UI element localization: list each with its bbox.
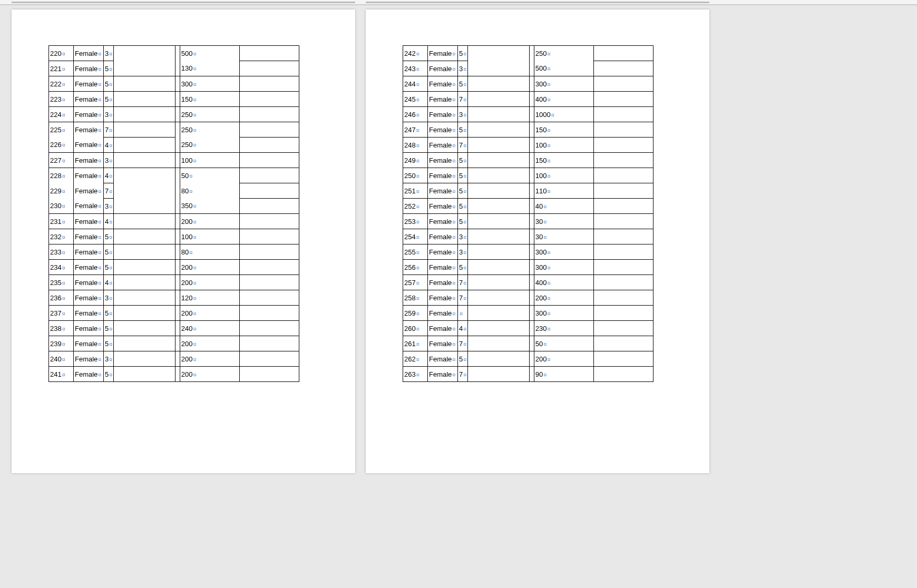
- cell-gender[interactable]: Female¤: [428, 260, 458, 275]
- cell-empty-b[interactable]: [529, 199, 534, 214]
- cell-n[interactable]: 5¤: [104, 229, 114, 244]
- cell-n[interactable]: 3¤: [104, 46, 114, 61]
- cell-n[interactable]: 5¤: [458, 122, 468, 138]
- cell-n[interactable]: 7¤: [458, 275, 468, 290]
- cell-n[interactable]: 5¤: [458, 183, 468, 199]
- cell-n[interactable]: 7¤: [458, 92, 468, 107]
- cell-gender[interactable]: Female¤: [74, 367, 104, 382]
- cell-empty-a[interactable]: [467, 321, 529, 336]
- cell-value[interactable]: 110¤: [534, 183, 593, 199]
- cell-empty-b[interactable]: [175, 214, 180, 229]
- cell-empty-c[interactable]: [593, 61, 653, 76]
- cell-empty-a[interactable]: [467, 138, 529, 153]
- cell-value[interactable]: 300¤: [180, 76, 239, 92]
- cell-empty-c[interactable]: [239, 306, 299, 321]
- cell-empty-b[interactable]: [529, 229, 534, 244]
- cell-empty-c[interactable]: [593, 199, 653, 214]
- cell-id[interactable]: 239¤: [49, 336, 74, 351]
- cell-n[interactable]: 7¤: [458, 336, 468, 351]
- cell-id[interactable]: 252¤: [403, 199, 428, 214]
- cell-empty-c[interactable]: [593, 367, 653, 382]
- cell-empty-b[interactable]: [529, 244, 534, 260]
- cell-gender[interactable]: Female¤: [74, 244, 104, 260]
- cell-empty-a[interactable]: [467, 46, 529, 61]
- cell-empty-a[interactable]: [467, 168, 529, 183]
- cell-value[interactable]: 200¤: [180, 336, 239, 351]
- cell-id[interactable]: 260¤: [403, 321, 428, 336]
- cell-value[interactable]: 30¤: [534, 229, 593, 244]
- cell-value[interactable]: 300¤: [534, 260, 593, 275]
- cell-gender[interactable]: Female¤: [74, 138, 104, 153]
- cell-value[interactable]: 250¤: [180, 138, 239, 153]
- cell-n[interactable]: 3¤: [104, 107, 114, 122]
- cell-id[interactable]: 240¤: [49, 351, 74, 367]
- cell-empty-b[interactable]: [175, 290, 180, 306]
- cell-empty-b[interactable]: [175, 92, 180, 107]
- cell-value[interactable]: 200¤: [180, 351, 239, 367]
- cell-value[interactable]: 30¤: [534, 214, 593, 229]
- cell-empty-c[interactable]: [593, 290, 653, 306]
- cell-value[interactable]: 200¤: [534, 351, 593, 367]
- cell-empty-b[interactable]: [529, 306, 534, 321]
- cell-id[interactable]: 232¤: [49, 229, 74, 244]
- cell-n[interactable]: 5¤: [104, 61, 114, 76]
- cell-empty-a[interactable]: [113, 199, 175, 214]
- cell-empty-c[interactable]: [239, 229, 299, 244]
- cell-empty-b[interactable]: [175, 107, 180, 122]
- cell-empty-b[interactable]: [529, 275, 534, 290]
- cell-empty-a[interactable]: [467, 260, 529, 275]
- cell-empty-b[interactable]: [529, 260, 534, 275]
- cell-empty-b[interactable]: [529, 367, 534, 382]
- cell-id[interactable]: 258¤: [403, 290, 428, 306]
- cell-id[interactable]: 226¤: [49, 138, 74, 153]
- cell-value[interactable]: 100¤: [180, 229, 239, 244]
- cell-empty-c[interactable]: [239, 321, 299, 336]
- cell-gender[interactable]: Female¤: [428, 122, 458, 138]
- cell-empty-c[interactable]: [239, 244, 299, 260]
- cell-empty-c[interactable]: [593, 229, 653, 244]
- cell-empty-a[interactable]: [113, 138, 175, 153]
- cell-gender[interactable]: Female¤: [428, 153, 458, 168]
- cell-empty-a[interactable]: [467, 214, 529, 229]
- cell-value[interactable]: 80¤: [180, 244, 239, 260]
- cell-empty-a[interactable]: [113, 306, 175, 321]
- cell-value[interactable]: 200¤: [180, 367, 239, 382]
- cell-empty-a[interactable]: [467, 351, 529, 367]
- cell-value[interactable]: 250¤: [180, 107, 239, 122]
- cell-n[interactable]: 5¤: [104, 336, 114, 351]
- cell-n[interactable]: 3¤: [104, 199, 114, 214]
- cell-empty-c[interactable]: [593, 138, 653, 153]
- cell-empty-b[interactable]: [175, 61, 180, 76]
- cell-empty-b[interactable]: [529, 107, 534, 122]
- cell-id[interactable]: 250¤: [403, 168, 428, 183]
- cell-id[interactable]: 246¤: [403, 107, 428, 122]
- cell-id[interactable]: 227¤: [49, 153, 74, 168]
- cell-value[interactable]: 80¤: [180, 183, 239, 199]
- cell-id[interactable]: 242¤: [403, 46, 428, 61]
- cell-empty-c[interactable]: [593, 244, 653, 260]
- cell-gender[interactable]: Female¤: [428, 46, 458, 61]
- cell-empty-c[interactable]: [593, 336, 653, 351]
- document-page-right[interactable]: 242¤Female¤5¤250¤243¤Female¤3¤500¤244¤Fe…: [366, 9, 709, 473]
- cell-n[interactable]: 3¤: [458, 244, 468, 260]
- cell-empty-a[interactable]: [113, 153, 175, 168]
- cell-gender[interactable]: Female¤: [74, 275, 104, 290]
- cell-id[interactable]: 230¤: [49, 199, 74, 214]
- cell-gender[interactable]: Female¤: [428, 168, 458, 183]
- cell-empty-a[interactable]: [467, 275, 529, 290]
- cell-empty-a[interactable]: [113, 260, 175, 275]
- cell-gender[interactable]: Female¤: [428, 214, 458, 229]
- cell-n[interactable]: 5¤: [104, 367, 114, 382]
- cell-empty-c[interactable]: [239, 199, 299, 214]
- cell-value[interactable]: 50¤: [534, 336, 593, 351]
- cell-gender[interactable]: Female¤: [74, 46, 104, 61]
- cell-empty-c[interactable]: [239, 290, 299, 306]
- cell-gender[interactable]: Female¤: [74, 92, 104, 107]
- cell-n[interactable]: 5¤: [104, 306, 114, 321]
- cell-empty-a[interactable]: [113, 229, 175, 244]
- cell-empty-c[interactable]: [239, 46, 299, 61]
- cell-value[interactable]: 500¤: [534, 61, 593, 76]
- cell-empty-a[interactable]: [113, 367, 175, 382]
- cell-empty-c[interactable]: [239, 367, 299, 382]
- cell-n[interactable]: 4¤: [104, 138, 114, 153]
